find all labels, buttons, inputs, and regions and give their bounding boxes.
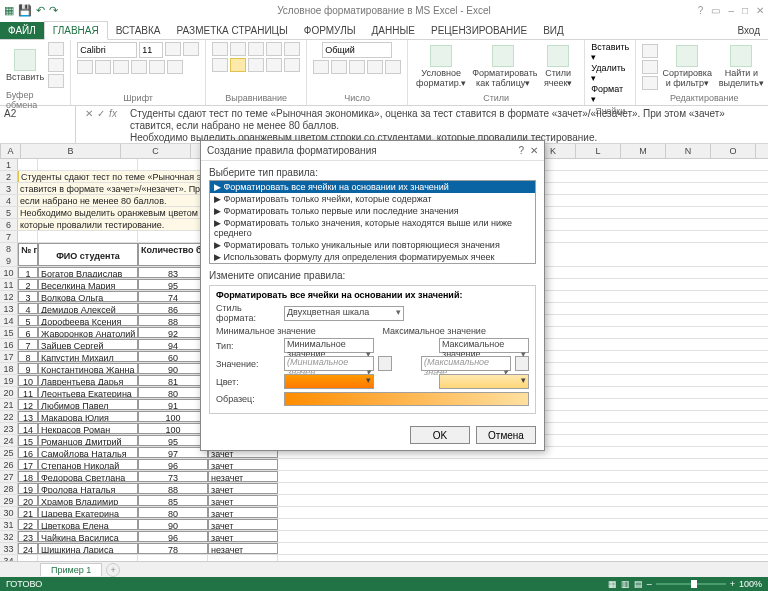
- dialog-help-icon[interactable]: ?: [518, 145, 524, 156]
- row-header[interactable]: 31: [0, 519, 18, 530]
- cell[interactable]: Фролова Наталья: [38, 483, 138, 494]
- cell[interactable]: 94: [138, 339, 208, 350]
- row-header[interactable]: 26: [0, 459, 18, 470]
- cell[interactable]: [138, 231, 208, 242]
- dialog-close-icon[interactable]: ✕: [530, 145, 538, 156]
- copy-button[interactable]: [48, 58, 64, 72]
- rule-item[interactable]: ▶ Форматировать только первые или послед…: [210, 205, 535, 217]
- rule-item[interactable]: ▶ Форматировать только уникальные или по…: [210, 239, 535, 251]
- cell[interactable]: 21: [18, 507, 38, 518]
- cell[interactable]: 95: [138, 435, 208, 446]
- format-painter-button[interactable]: [48, 74, 64, 88]
- cell[interactable]: 5: [18, 315, 38, 326]
- cell[interactable]: 83: [138, 267, 208, 278]
- format-cells-button[interactable]: Формат ▾: [591, 84, 629, 104]
- row-header[interactable]: 7: [0, 231, 18, 242]
- font-combo[interactable]: [77, 42, 137, 58]
- cell[interactable]: 90: [138, 363, 208, 374]
- cell[interactable]: [38, 159, 138, 170]
- cell[interactable]: Константинова Жанна: [38, 363, 138, 374]
- row-header[interactable]: 14: [0, 315, 18, 326]
- cell[interactable]: Жаворонков Анатолий: [38, 327, 138, 338]
- italic-button[interactable]: [95, 60, 111, 74]
- cell[interactable]: 3: [18, 291, 38, 302]
- cell[interactable]: Макарова Юлия: [38, 411, 138, 422]
- save-icon[interactable]: 💾: [18, 4, 32, 17]
- cell[interactable]: Дорофеева Ксения: [38, 315, 138, 326]
- formula-input[interactable]: Студенты сдают тест по теме «Рыночная эк…: [126, 106, 768, 143]
- format-style-dropdown[interactable]: Двухцветная шкала: [284, 306, 404, 321]
- cell[interactable]: Леонтьева Екатерина: [38, 387, 138, 398]
- row-header[interactable]: 12: [0, 291, 18, 302]
- cell[interactable]: 80: [138, 387, 208, 398]
- cell[interactable]: Волкова Ольга: [38, 291, 138, 302]
- sheet-tab[interactable]: Пример 1: [40, 563, 102, 576]
- max-color-dropdown[interactable]: [439, 374, 529, 389]
- cell[interactable]: Лаврентьева Дарья: [38, 375, 138, 386]
- cell[interactable]: Демидов Алексей: [38, 303, 138, 314]
- cell[interactable]: 19: [18, 483, 38, 494]
- font-color-button[interactable]: [167, 60, 183, 74]
- cell[interactable]: Любимов Павел: [38, 399, 138, 410]
- row-header[interactable]: 13: [0, 303, 18, 314]
- row-header[interactable]: 11: [0, 279, 18, 290]
- align-top-button[interactable]: [212, 42, 228, 56]
- row-header[interactable]: 28: [0, 483, 18, 494]
- cell[interactable]: зачет: [208, 507, 278, 518]
- minimize-icon[interactable]: –: [728, 5, 734, 16]
- zoom-level[interactable]: 100%: [739, 579, 762, 589]
- align-middle-button[interactable]: [230, 42, 246, 56]
- row-header[interactable]: 6: [0, 219, 18, 230]
- enter-fx-icon[interactable]: ✓: [97, 108, 105, 119]
- bold-button[interactable]: [77, 60, 93, 74]
- align-bottom-button[interactable]: [248, 42, 264, 56]
- cell[interactable]: [18, 231, 38, 242]
- autosum-button[interactable]: [642, 44, 658, 58]
- column-header[interactable]: O: [711, 144, 756, 158]
- cell[interactable]: 13: [18, 411, 38, 422]
- cell-styles-button[interactable]: Стили ячеек▾: [538, 45, 578, 88]
- cell[interactable]: 2: [18, 279, 38, 290]
- cell[interactable]: 14: [18, 423, 38, 434]
- column-header[interactable]: N: [666, 144, 711, 158]
- cell[interactable]: Некрасов Роман: [38, 423, 138, 434]
- rule-item[interactable]: ▶ Форматировать только значения, которые…: [210, 217, 535, 239]
- column-header[interactable]: B: [21, 144, 121, 158]
- cell[interactable]: Самойлова Наталья: [38, 447, 138, 458]
- cell[interactable]: 4: [18, 303, 38, 314]
- row-header[interactable]: 29: [0, 495, 18, 506]
- column-header[interactable]: C: [121, 144, 191, 158]
- max-type-dropdown[interactable]: Максимальное значение: [439, 338, 529, 353]
- cell[interactable]: Храмов Владимир: [38, 495, 138, 506]
- cell[interactable]: Царева Екатерина: [38, 507, 138, 518]
- rule-type-list[interactable]: ▶ Форматировать все ячейки на основании …: [209, 180, 536, 264]
- tab-formulas[interactable]: ФОРМУЛЫ: [296, 22, 364, 39]
- cancel-button[interactable]: Отмена: [476, 426, 536, 444]
- cell[interactable]: 24: [18, 543, 38, 554]
- rule-item[interactable]: ▶ Использовать формулу для определения ф…: [210, 251, 535, 263]
- cell[interactable]: 17: [18, 459, 38, 470]
- row-header[interactable]: 2: [0, 171, 18, 182]
- cell[interactable]: Капустин Михаил: [38, 351, 138, 362]
- cell[interactable]: 20: [18, 495, 38, 506]
- cell[interactable]: Федорова Светлана: [38, 471, 138, 482]
- tab-file[interactable]: ФАЙЛ: [0, 22, 44, 39]
- cell[interactable]: 92: [138, 327, 208, 338]
- tab-view[interactable]: ВИД: [535, 22, 572, 39]
- cell[interactable]: 8: [18, 351, 38, 362]
- wrap-text-button[interactable]: [284, 42, 300, 56]
- align-left-button[interactable]: [212, 58, 228, 72]
- maximize-icon[interactable]: □: [742, 5, 748, 16]
- rule-item[interactable]: ▶ Форматировать только ячейки, которые с…: [210, 193, 535, 205]
- cell[interactable]: 15: [18, 435, 38, 446]
- row-header[interactable]: 21: [0, 399, 18, 410]
- cell[interactable]: 7: [18, 339, 38, 350]
- cell[interactable]: 88: [138, 483, 208, 494]
- sort-filter-button[interactable]: Сортировка и фильтр▾: [662, 45, 712, 88]
- cell[interactable]: Чайкина Василиса: [38, 531, 138, 542]
- view-normal-icon[interactable]: ▦: [608, 579, 617, 589]
- row-header[interactable]: 20: [0, 387, 18, 398]
- cell[interactable]: Количество баллов: [138, 243, 208, 266]
- fx-icon[interactable]: fx: [109, 108, 117, 119]
- underline-button[interactable]: [113, 60, 129, 74]
